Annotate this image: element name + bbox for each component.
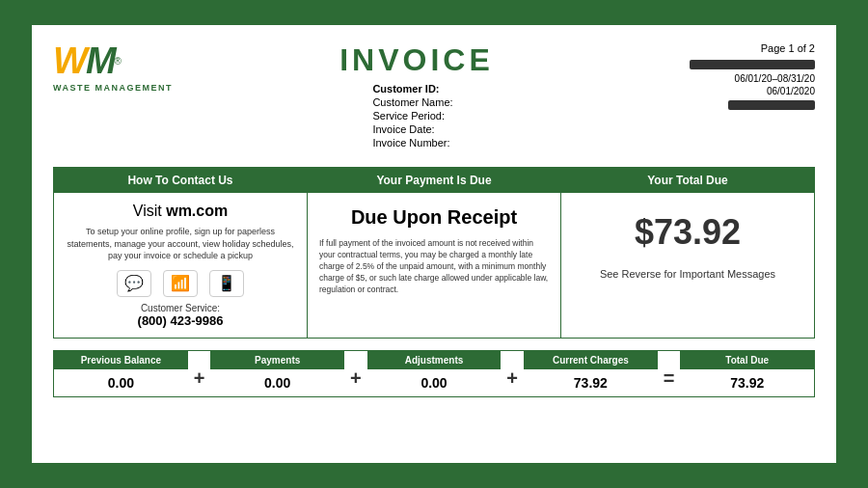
contact-panel-header: How To Contact Us (54, 168, 307, 193)
equals-sign: = (658, 367, 681, 390)
wifi-icon: 📶 (163, 270, 198, 297)
summary-row: Previous Balance 0.00 + Payments 0.00 + … (53, 350, 815, 397)
plus-2: + (344, 367, 367, 390)
redacted-id-bar (690, 60, 815, 69)
contact-description: To setup your online profile, sign up fo… (66, 226, 295, 262)
adjustments-value: 0.00 (417, 369, 450, 396)
mobile-icon: 📱 (209, 270, 244, 297)
service-period-label: Service Period: (372, 109, 456, 122)
website: wm.com (166, 203, 228, 219)
see-reverse: See Reverse for Important Messages (600, 268, 775, 280)
total-amount: $73.92 (635, 212, 741, 253)
payments-value: 0.00 (260, 369, 294, 396)
invoice-number-label: Invoice Number: (372, 136, 456, 149)
service-period-value: 06/01/20–08/31/20 (661, 73, 815, 84)
previous-balance-cell: Previous Balance 0.00 (54, 351, 188, 396)
payment-panel: Your Payment Is Due Due Upon Receipt If … (308, 168, 561, 338)
wm-letters: WM (53, 42, 115, 79)
reg-mark: ® (115, 56, 122, 67)
invoice-date-value: 06/01/2020 (661, 86, 815, 96)
total-due-value: 73.92 (726, 369, 768, 396)
total-due-cell: Total Due 73.92 (680, 351, 814, 396)
plus-1: + (188, 367, 211, 390)
visit-text: Visit wm.com (133, 203, 228, 220)
current-charges-label: Current Charges (524, 351, 658, 369)
payment-panel-header: Your Payment Is Due (308, 168, 560, 193)
adjustments-label: Adjustments (367, 351, 502, 369)
plus-3: + (501, 367, 524, 390)
phone-number: (800) 423-9986 (138, 313, 224, 328)
previous-balance-value: 0.00 (104, 369, 138, 396)
payments-cell: Payments 0.00 (210, 351, 344, 396)
total-due-label: Total Due (680, 351, 814, 369)
page-number: Page 1 of 2 (661, 42, 815, 54)
adjustments-cell: Adjustments 0.00 (367, 351, 502, 396)
phone-icon: 💬 (117, 270, 151, 297)
current-charges-value: 73.92 (570, 369, 611, 396)
customer-service-label: Customer Service: (141, 303, 220, 313)
payments-label: Payments (210, 351, 344, 369)
customer-info: Customer ID: Customer Name: Service Peri… (372, 82, 460, 149)
contact-panel: How To Contact Us Visit wm.com To setup … (54, 168, 308, 338)
current-charges-cell: Current Charges 73.92 (524, 351, 658, 396)
payment-panel-body: Due Upon Receipt If full payment of the … (308, 193, 560, 338)
total-panel-body: $73.92 See Reverse for Important Message… (561, 193, 814, 338)
due-text: Due Upon Receipt (351, 206, 517, 229)
contact-panel-body: Visit wm.com To setup your online profil… (54, 193, 307, 338)
invoice-title: INVOICE (192, 42, 641, 78)
payment-fine-print: If full payment of the invoiced amount i… (319, 238, 549, 295)
visit-prefix: Visit (133, 203, 166, 219)
logo-area: WM ® WASTE MANAGEMENT (53, 42, 173, 93)
wm-logo: WM ® (53, 42, 122, 79)
company-name: WASTE MANAGEMENT (53, 83, 173, 93)
redacted-invoice-bar (728, 100, 815, 110)
total-panel-header: Your Total Due (561, 168, 814, 193)
page-info-area: Page 1 of 2 06/01/20–08/31/20 06/01/2020 (661, 42, 815, 114)
three-panels: How To Contact Us Visit wm.com To setup … (53, 167, 815, 339)
invoice-document: WM ® WASTE MANAGEMENT INVOICE Customer I… (29, 22, 839, 466)
icons-row: 💬 📶 📱 (117, 270, 244, 297)
invoice-header: WM ® WASTE MANAGEMENT INVOICE Customer I… (53, 42, 815, 153)
total-panel: Your Total Due $73.92 See Reverse for Im… (561, 168, 814, 338)
invoice-title-area: INVOICE Customer ID: Customer Name: Serv… (173, 42, 661, 153)
invoice-date-label: Invoice Date: (372, 122, 456, 136)
customer-name-label: Customer Name: (372, 95, 456, 109)
previous-balance-label: Previous Balance (54, 351, 188, 369)
customer-id-label: Customer ID: (372, 83, 439, 95)
